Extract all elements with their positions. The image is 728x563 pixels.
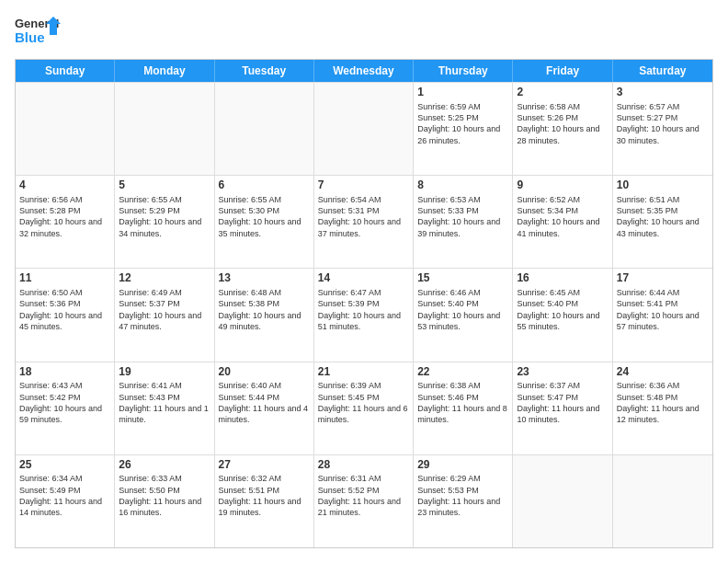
day-info: Sunrise: 6:45 AMSunset: 5:40 PMDaylight:… xyxy=(517,288,599,331)
day-cell-1: 1 Sunrise: 6:59 AMSunset: 5:25 PMDayligh… xyxy=(414,83,513,175)
day-number: 10 xyxy=(617,178,709,193)
day-cell-19: 19 Sunrise: 6:41 AMSunset: 5:43 PMDaylig… xyxy=(115,362,214,454)
day-info: Sunrise: 6:46 AMSunset: 5:40 PMDaylight:… xyxy=(417,288,500,331)
day-info: Sunrise: 6:41 AMSunset: 5:43 PMDaylight:… xyxy=(119,381,209,424)
day-number: 20 xyxy=(219,365,310,380)
day-info: Sunrise: 6:53 AMSunset: 5:33 PMDaylight:… xyxy=(417,195,500,238)
day-cell-2: 2 Sunrise: 6:58 AMSunset: 5:26 PMDayligh… xyxy=(513,83,612,175)
day-header-sunday: Sunday xyxy=(16,60,115,82)
header: General Blue xyxy=(15,15,713,50)
day-cell-16: 16 Sunrise: 6:45 AMSunset: 5:40 PMDaylig… xyxy=(513,269,612,361)
calendar-body: 1 Sunrise: 6:59 AMSunset: 5:25 PMDayligh… xyxy=(16,82,712,547)
day-cell-14: 14 Sunrise: 6:47 AMSunset: 5:39 PMDaylig… xyxy=(314,269,414,361)
day-cell-13: 13 Sunrise: 6:48 AMSunset: 5:38 PMDaylig… xyxy=(215,269,314,361)
week-row-1: 4 Sunrise: 6:56 AMSunset: 5:28 PMDayligh… xyxy=(16,175,712,268)
day-cell-12: 12 Sunrise: 6:49 AMSunset: 5:37 PMDaylig… xyxy=(115,269,214,361)
calendar: SundayMondayTuesdayWednesdayThursdayFrid… xyxy=(15,59,713,548)
day-number: 23 xyxy=(517,365,608,380)
day-info: Sunrise: 6:33 AMSunset: 5:50 PMDaylight:… xyxy=(119,474,201,517)
day-number: 25 xyxy=(19,458,110,473)
day-info: Sunrise: 6:39 AMSunset: 5:45 PMDaylight:… xyxy=(318,381,408,424)
day-number: 14 xyxy=(318,271,409,286)
day-cell-22: 22 Sunrise: 6:38 AMSunset: 5:46 PMDaylig… xyxy=(414,362,513,454)
day-cell-20: 20 Sunrise: 6:40 AMSunset: 5:44 PMDaylig… xyxy=(215,362,314,454)
logo: General Blue xyxy=(15,15,61,50)
day-number: 27 xyxy=(219,458,310,473)
day-header-thursday: Thursday xyxy=(414,60,513,82)
day-info: Sunrise: 6:43 AMSunset: 5:42 PMDaylight:… xyxy=(19,381,102,424)
day-header-tuesday: Tuesday xyxy=(215,60,314,82)
day-number: 2 xyxy=(517,86,608,100)
day-info: Sunrise: 6:34 AMSunset: 5:49 PMDaylight:… xyxy=(19,474,102,517)
day-cell-4: 4 Sunrise: 6:56 AMSunset: 5:28 PMDayligh… xyxy=(16,176,115,268)
day-number: 3 xyxy=(617,86,709,100)
day-info: Sunrise: 6:49 AMSunset: 5:37 PMDaylight:… xyxy=(119,288,201,331)
day-number: 17 xyxy=(617,271,709,286)
empty-cell xyxy=(115,83,214,175)
day-number: 28 xyxy=(318,458,409,473)
day-number: 16 xyxy=(517,271,608,286)
day-number: 5 xyxy=(119,178,210,193)
day-info: Sunrise: 6:57 AMSunset: 5:27 PMDaylight:… xyxy=(617,102,700,145)
day-number: 29 xyxy=(417,458,508,473)
day-number: 15 xyxy=(417,271,508,286)
day-cell-10: 10 Sunrise: 6:51 AMSunset: 5:35 PMDaylig… xyxy=(613,176,712,268)
calendar-header: SundayMondayTuesdayWednesdayThursdayFrid… xyxy=(16,60,712,82)
day-info: Sunrise: 6:55 AMSunset: 5:30 PMDaylight:… xyxy=(219,195,301,238)
day-header-saturday: Saturday xyxy=(613,60,712,82)
empty-cell xyxy=(314,83,414,175)
day-info: Sunrise: 6:37 AMSunset: 5:47 PMDaylight:… xyxy=(517,381,599,424)
day-info: Sunrise: 6:59 AMSunset: 5:25 PMDaylight:… xyxy=(417,102,500,145)
day-number: 11 xyxy=(19,271,110,286)
day-cell-18: 18 Sunrise: 6:43 AMSunset: 5:42 PMDaylig… xyxy=(16,362,115,454)
day-cell-25: 25 Sunrise: 6:34 AMSunset: 5:49 PMDaylig… xyxy=(16,455,115,547)
day-info: Sunrise: 6:58 AMSunset: 5:26 PMDaylight:… xyxy=(517,102,599,145)
day-cell-9: 9 Sunrise: 6:52 AMSunset: 5:34 PMDayligh… xyxy=(513,176,612,268)
day-info: Sunrise: 6:54 AMSunset: 5:31 PMDaylight:… xyxy=(318,195,401,238)
day-number: 21 xyxy=(318,365,409,380)
day-info: Sunrise: 6:44 AMSunset: 5:41 PMDaylight:… xyxy=(617,288,700,331)
day-cell-23: 23 Sunrise: 6:37 AMSunset: 5:47 PMDaylig… xyxy=(513,362,612,454)
day-number: 24 xyxy=(617,365,709,380)
day-info: Sunrise: 6:51 AMSunset: 5:35 PMDaylight:… xyxy=(617,195,700,238)
day-cell-7: 7 Sunrise: 6:54 AMSunset: 5:31 PMDayligh… xyxy=(314,176,414,268)
week-row-2: 11 Sunrise: 6:50 AMSunset: 5:36 PMDaylig… xyxy=(16,268,712,361)
day-number: 4 xyxy=(19,178,110,193)
page: General Blue SundayMondayTuesdayWednesda… xyxy=(0,0,728,563)
day-cell-3: 3 Sunrise: 6:57 AMSunset: 5:27 PMDayligh… xyxy=(613,83,712,175)
day-cell-15: 15 Sunrise: 6:46 AMSunset: 5:40 PMDaylig… xyxy=(414,269,513,361)
empty-cell xyxy=(215,83,314,175)
day-header-wednesday: Wednesday xyxy=(314,60,414,82)
day-cell-21: 21 Sunrise: 6:39 AMSunset: 5:45 PMDaylig… xyxy=(314,362,414,454)
day-info: Sunrise: 6:38 AMSunset: 5:46 PMDaylight:… xyxy=(417,381,507,424)
day-number: 13 xyxy=(219,271,310,286)
day-number: 7 xyxy=(318,178,409,193)
day-cell-8: 8 Sunrise: 6:53 AMSunset: 5:33 PMDayligh… xyxy=(414,176,513,268)
day-cell-11: 11 Sunrise: 6:50 AMSunset: 5:36 PMDaylig… xyxy=(16,269,115,361)
day-info: Sunrise: 6:29 AMSunset: 5:53 PMDaylight:… xyxy=(417,474,500,517)
logo-svg: General Blue xyxy=(15,15,61,50)
day-info: Sunrise: 6:50 AMSunset: 5:36 PMDaylight:… xyxy=(19,288,102,331)
day-number: 26 xyxy=(119,458,210,473)
empty-cell xyxy=(16,83,115,175)
day-number: 6 xyxy=(219,178,310,193)
day-cell-29: 29 Sunrise: 6:29 AMSunset: 5:53 PMDaylig… xyxy=(414,455,513,547)
week-row-4: 25 Sunrise: 6:34 AMSunset: 5:49 PMDaylig… xyxy=(16,454,712,547)
day-info: Sunrise: 6:47 AMSunset: 5:39 PMDaylight:… xyxy=(318,288,401,331)
empty-cell xyxy=(513,455,612,547)
day-cell-6: 6 Sunrise: 6:55 AMSunset: 5:30 PMDayligh… xyxy=(215,176,314,268)
day-info: Sunrise: 6:52 AMSunset: 5:34 PMDaylight:… xyxy=(517,195,599,238)
day-header-friday: Friday xyxy=(513,60,612,82)
day-cell-26: 26 Sunrise: 6:33 AMSunset: 5:50 PMDaylig… xyxy=(115,455,214,547)
week-row-3: 18 Sunrise: 6:43 AMSunset: 5:42 PMDaylig… xyxy=(16,362,712,454)
day-header-monday: Monday xyxy=(115,60,214,82)
day-info: Sunrise: 6:40 AMSunset: 5:44 PMDaylight:… xyxy=(219,381,309,424)
day-info: Sunrise: 6:55 AMSunset: 5:29 PMDaylight:… xyxy=(119,195,201,238)
day-info: Sunrise: 6:36 AMSunset: 5:48 PMDaylight:… xyxy=(617,381,700,424)
day-cell-27: 27 Sunrise: 6:32 AMSunset: 5:51 PMDaylig… xyxy=(215,455,314,547)
day-info: Sunrise: 6:32 AMSunset: 5:51 PMDaylight:… xyxy=(219,474,301,517)
day-number: 18 xyxy=(19,365,110,380)
svg-text:Blue: Blue xyxy=(15,29,45,45)
day-number: 1 xyxy=(417,86,508,100)
day-info: Sunrise: 6:56 AMSunset: 5:28 PMDaylight:… xyxy=(19,195,102,238)
